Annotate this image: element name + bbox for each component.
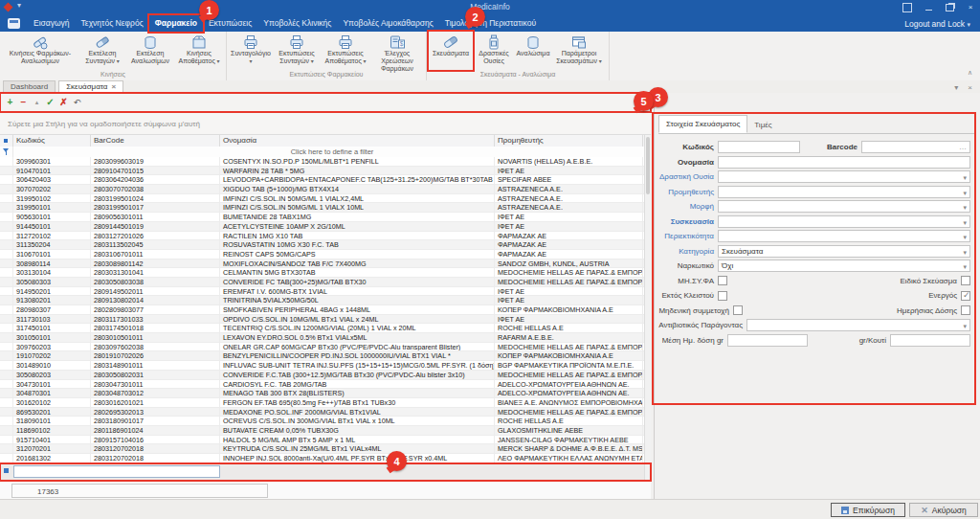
drastiki-ousia-combo[interactable] [718,170,970,183]
table-row[interactable]: 9149502012809149502011EREMFAT I.V. 600MG… [0,287,651,297]
table-row[interactable]: 3099603012803099603019COSENTYX IN.SO.PD.… [0,157,651,167]
table-row[interactable]: 3089801142803089801142MOXIFLOXACIN/SANDO… [0,260,651,269]
cell-προμηθευτής[interactable]: ΙΦΕΤ ΑΕ [495,222,643,231]
close-icon[interactable]: × [965,2,976,12]
cell-κωδικός[interactable]: 913080201 [13,296,91,305]
cell-ονομασία[interactable]: BENZYLPENICILLIN/COOPER PD.INJ.SOL 10000… [220,351,495,360]
cell-κωδικός[interactable]: 910470101 [13,167,91,175]
periektikotita-combo[interactable] [718,230,970,242]
logout-and-lock-button[interactable]: Logout and Lock ▾ [904,19,980,29]
energos-checkbox[interactable] [961,291,970,301]
filter-funnel-icon[interactable] [0,147,13,157]
narkotiko-combo[interactable]: Όχι [718,260,970,272]
table-row[interactable]: 3047301012803047301011CARDIOSYL F.C. TAB… [0,380,651,390]
cell-κωδικός[interactable]: 308980114 [13,260,91,268]
cell-barcode[interactable]: 2803016201021 [91,398,220,407]
cell-ονομασία[interactable]: OCREVUS C/S.SOL.IN 300MG/VIAL BTx1 VIAL … [220,417,495,425]
cell-barcode[interactable]: 2803199501024 [91,194,220,203]
cell-ονομασία[interactable]: XIGDUO TAB (5+1000)/MG BTX4X14 [220,185,495,193]
menu-tab-φαρμακείο[interactable]: Φαρμακείο [149,15,203,32]
accept-button[interactable]: ✓ [44,95,56,109]
barcode-input[interactable]: … [861,141,970,153]
cell-προμηθευτής[interactable]: ROCHE HELLAS A.E [495,417,643,425]
cell-barcode[interactable]: 2803064204036 [91,175,220,184]
eidiko-skevasma-checkbox[interactable] [961,276,970,285]
mesi-im-dosi-input[interactable] [727,334,808,347]
table-row[interactable]: 3174501012803174501018TECENTRIQ C/S.SOL.… [0,324,651,333]
cell-ονομασία[interactable]: LEVODOPA+CARBIDOPA+ENTACAPONEF.C TAB(125… [220,175,495,184]
kodikos-input[interactable] [718,141,800,153]
cell-κωδικός[interactable]: 914950201 [13,287,91,296]
ribbon-button-συνταγολόγιο[interactable]: Συνταγολόγιο ▾ [229,32,273,70]
cell-προμηθευτής[interactable]: ADELCO-ΧΡΩΜΑΤΟΥΡΓΕΙΑ ΑΘΗΝΩΝ ΑΕ. [495,389,643,397]
window-options-icon[interactable] [902,2,913,12]
cell-ονομασία[interactable]: MEDAXONE PO.SOL.INF 2000MG/VIAL BTx1VIAL [220,408,495,417]
ribbon-button-εκτέλεση-συνταγών[interactable]: Εκτέλεση Συνταγών ▾ [78,32,126,70]
menu-tab-τιμολόγηση-περιστατικού[interactable]: Τιμολόγηση Περιστατικού [439,15,542,32]
cancel-button[interactable]: ✕ Ακύρωση [909,503,978,517]
cell-ονομασία[interactable]: ACETYLCYSTEINE 10AMP X 2G/10ML [220,222,495,231]
table-row[interactable]: 9130802012809130802014TRINITRINA 5VIALX5… [0,296,651,305]
ribbon-button-εκτέλεση-αναλωσίμων[interactable]: Εκτέλεση Αναλωσίμων [126,32,174,70]
ribbon-button-παράμετροι-σκευασμάτων[interactable]: Παράμετροι Σκευασμάτων ▾ [551,32,607,70]
column-header-προμηθευτής[interactable]: Προμηθευτής [495,135,643,147]
table-row[interactable]: 3010501012803010501011LEXAVON EY.DRO.SOL… [0,333,651,343]
cell-barcode[interactable]: 2803097602038 [91,343,220,351]
table-row[interactable]: 3014890102803148901011INFLUVAC SUB-UNIT … [0,361,651,371]
cell-κωδικός[interactable]: 307070202 [13,185,91,193]
cell-ονομασία[interactable]: ONELAR GR.CAP 60MG/CAP BTx30 (PVC/PE/PVD… [220,343,495,351]
vertical-scrollbar[interactable] [644,135,651,481]
cell-ονομασία[interactable]: SMOFKABIVEN PERIPHERAL 4BAG x 1448ML [220,305,495,314]
cell-barcode[interactable]: 2803050802031 [91,371,220,379]
cell-κωδικός[interactable]: 905630101 [13,213,91,221]
cell-προμηθευτής[interactable]: MEDOCHEMIE HELLAS ΑΕ ΠΑΡΑΣ.& ΕΜΠΟΡ.ΦΑΡΜ.… [495,278,643,286]
cell-κωδικός[interactable]: 301620102 [13,398,91,407]
cell-ονομασία[interactable]: REINOST CAPS 50MG/CAPS [220,250,495,259]
cell-ονομασία[interactable]: EREMFAT I.V. 600MG-BTX 1VIAL [220,287,495,296]
cell-κωδικός[interactable]: 301489010 [13,361,91,370]
table-row[interactable]: 3070702022803070702038XIGDUO TAB (5+1000… [0,185,651,194]
cell-κωδικός[interactable]: 312720102 [13,232,91,240]
menu-tab-εισαγωγή[interactable]: Εισαγωγή [28,15,76,32]
table-row[interactable]: 3180901012803180901017OCREVUS C/S.SOL.IN… [0,417,651,426]
cell-προμηθευτής[interactable]: ΦΑΡΜΑΖΑΚ ΑΕ [495,240,643,249]
ellipsis-icon[interactable]: … [959,142,967,152]
cell-κωδικός[interactable]: 319950101 [13,203,91,212]
grid-new-row[interactable] [0,463,651,481]
cell-barcode[interactable]: 2803120702018 [91,454,220,463]
table-row[interactable]: 2016813022803120702018INNOHEP INJ.SOL 80… [0,454,651,463]
restore-icon[interactable] [944,2,955,12]
cell-ονομασία[interactable]: BUMETANIDE 28 TABX1MG [220,213,495,221]
cell-barcode[interactable]: 2803120702018 [91,444,220,453]
cell-ονομασία[interactable]: KEYTRUDA C/S.SOL.IN 25MG/ML BTx1 VIALx4M… [220,444,495,453]
table-row[interactable]: 9056301012809056301011BUMETANIDE 28 TABX… [0,213,651,222]
cell-barcode[interactable]: 2803106701011 [91,250,220,259]
cell-barcode[interactable]: 2803117301033 [91,315,220,324]
cell-κωδικός[interactable]: 309960301 [13,157,91,166]
cell-barcode[interactable]: 2803199501017 [91,203,220,212]
table-row[interactable]: 1910702022801910702026BENZYLPENICILLIN/C… [0,351,651,361]
cell-ονομασία[interactable]: IMFINZI C/S.SOL.IN 50MG/ML 1 VIALX2,4ML [220,194,495,203]
cell-ονομασία[interactable]: CELMANTIN 5MG BTX30TAB [220,268,495,277]
cell-ονομασία[interactable]: CONVERIDE FC TAB(300+25)MG/TAB BTX30 [220,278,495,286]
column-header-ονομασία[interactable]: Ονομασία [220,135,495,147]
syskevasia-label[interactable]: Συσκευασία [655,217,718,226]
cell-ονομασία[interactable]: INFLUVAC SUB-UNIT TETRA INJ.SU.PFS (15+1… [220,361,495,370]
cell-κωδικός[interactable]: 301050101 [13,333,91,342]
cell-προμηθευτής[interactable]: ASTRAZENECA A.E. [495,194,643,203]
drastiki-ousia-label[interactable]: Δραστική Ουσία [655,172,718,181]
cell-προμηθευτής[interactable]: ΦΑΡΜΑΖΑΚ ΑΕ [495,250,643,259]
cell-ονομασία[interactable]: INNOHEP INJ.SOL 8000anti-Xa(U/0.4ML PF.S… [220,454,495,463]
cell-προμηθευτής[interactable]: SPECIFAR ABEE [495,175,643,184]
cell-προμηθευτής[interactable]: JANSSEN-CILAG ΦΑΡΜΑΚΕΥΤΙΚΗ ΑΕΒΕ [495,436,643,444]
cell-προμηθευτής[interactable]: BGP ΦΑΡΜΑΚΕΥΤΙΚΑ ΠΡΟΪΟΝΤΑ Μ.Ε.Π.Ε. [495,361,643,370]
cell-ονομασία[interactable]: TECENTRIQ C/S.SOL.IN 1200MG/VIAL (20ML) … [220,324,495,332]
cell-προμηθευτής[interactable]: ΦΑΡΜΑΖΑΚ ΑΕ [495,232,643,240]
cell-προμηθευτής[interactable]: ADELCO-ΧΡΩΜΑΤΟΥΡΓΕΙΑ ΑΘΗΝΩΝ ΑΕ. [495,380,643,389]
table-row[interactable]: 3050803032803050803038CONVERIDE FC TAB(3… [0,278,651,287]
cell-προμηθευτής[interactable]: MEDOCHEMIE HELLAS ΑΕ ΠΑΡΑΣ.& ΕΜΠΟΡ.ΦΑΡΜ.… [495,343,643,351]
table-row[interactable]: 9144501012809144501019ACETYLCYSTEINE 10A… [0,222,651,232]
cell-προμηθευτής[interactable]: MEDOCHEMIE HELLAS ΑΕ ΠΑΡΑΣ.& ΕΜΠΟΡ.ΦΑΡΜ.… [495,371,643,379]
tab-times[interactable]: Τιμές [747,117,778,133]
table-row[interactable]: 9157104012809157104016HALDOL 5 MG/ML AMP… [0,436,651,445]
